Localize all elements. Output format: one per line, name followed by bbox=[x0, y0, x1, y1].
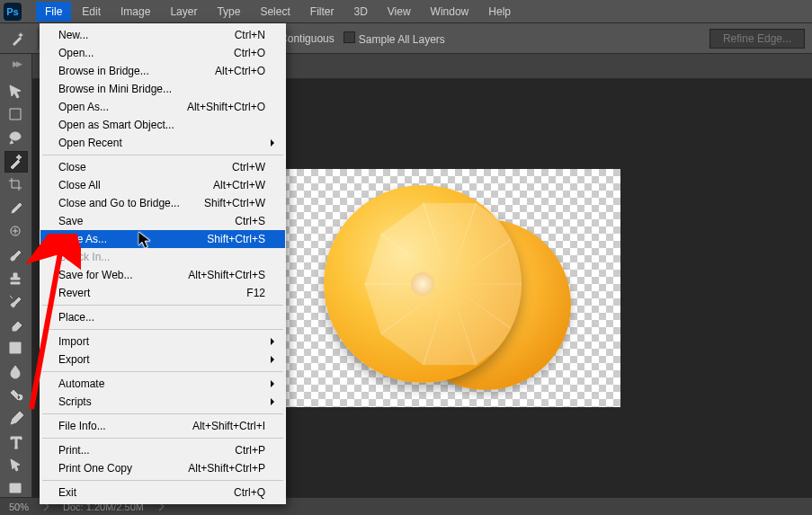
tool-history-brush[interactable] bbox=[4, 291, 28, 313]
menu-item-label: Export bbox=[58, 353, 90, 366]
zoom-level[interactable]: 50% bbox=[9, 502, 29, 512]
menu-item-label: Open As... bbox=[58, 101, 109, 113]
menu-item-label: Close All bbox=[58, 179, 101, 191]
menu-item-label: Close and Go to Bridge... bbox=[58, 197, 180, 209]
menu-item-import[interactable]: Import bbox=[40, 333, 285, 351]
menu-separator bbox=[42, 413, 283, 414]
menu-bar: Ps FileEditImageLayerTypeSelectFilter3DV… bbox=[0, 0, 812, 23]
tool-path-select[interactable] bbox=[4, 455, 28, 476]
orange-slice-front bbox=[324, 185, 522, 383]
menu-select[interactable]: Select bbox=[251, 2, 299, 22]
tool-brush[interactable] bbox=[4, 244, 28, 266]
menu-item-save[interactable]: SaveCtrl+S bbox=[40, 212, 285, 230]
menu-item-open-recent[interactable]: Open Recent bbox=[40, 134, 285, 152]
tool-dodge[interactable] bbox=[4, 385, 28, 406]
menu-item-label: Exit bbox=[58, 486, 76, 499]
menu-item-automate[interactable]: Automate bbox=[40, 375, 285, 393]
menu-item-shortcut: Ctrl+P bbox=[235, 444, 265, 457]
menu-filter[interactable]: Filter bbox=[301, 2, 344, 22]
menu-item-browse-in-mini-bridge[interactable]: Browse in Mini Bridge... bbox=[40, 80, 285, 98]
tool-blur[interactable] bbox=[4, 361, 28, 383]
menu-item-shortcut: Ctrl+S bbox=[235, 215, 265, 227]
menu-item-open[interactable]: Open...Ctrl+O bbox=[40, 44, 285, 62]
menu-item-open-as[interactable]: Open As...Alt+Shift+Ctrl+O bbox=[40, 98, 285, 116]
menu-help[interactable]: Help bbox=[479, 2, 520, 22]
tool-healing[interactable] bbox=[4, 221, 28, 243]
menu-item-shortcut: Alt+Shift+Ctrl+O bbox=[187, 101, 265, 113]
menu-item-close-all[interactable]: Close AllAlt+Ctrl+W bbox=[40, 176, 285, 194]
tool-eraser[interactable] bbox=[4, 315, 28, 336]
tool-eyedropper[interactable] bbox=[4, 198, 28, 219]
menu-item-export[interactable]: Export bbox=[40, 351, 285, 368]
menu-item-label: New... bbox=[58, 29, 88, 41]
menu-item-label: Close bbox=[58, 161, 86, 173]
tool-gradient[interactable] bbox=[4, 338, 28, 360]
tool-lasso[interactable] bbox=[4, 128, 28, 149]
chevron-right-icon bbox=[271, 338, 278, 345]
tools-list bbox=[4, 81, 28, 500]
menu-item-label: Save for Web... bbox=[58, 269, 132, 281]
menu-item-new[interactable]: New...Ctrl+N bbox=[40, 26, 285, 44]
tool-rect-marquee[interactable] bbox=[4, 104, 28, 126]
sample-all-checkbox[interactable]: Sample All Layers bbox=[344, 31, 445, 46]
menu-item-save-for-web[interactable]: Save for Web...Alt+Shift+Ctrl+S bbox=[40, 266, 285, 284]
chevron-right-icon bbox=[271, 139, 278, 147]
tool-stamp[interactable] bbox=[4, 268, 28, 289]
menu-item-label: Revert bbox=[58, 287, 90, 299]
tool-type[interactable] bbox=[4, 431, 28, 453]
menu-image[interactable]: Image bbox=[112, 2, 159, 22]
collapse-icon[interactable]: ▶▶ bbox=[13, 58, 20, 70]
menu-item-scripts[interactable]: Scripts bbox=[40, 393, 285, 411]
menu-item-label: Save As... bbox=[58, 233, 107, 245]
menu-view[interactable]: View bbox=[379, 2, 420, 22]
menu-file[interactable]: File bbox=[36, 2, 71, 22]
menu-item-shortcut: Alt+Shift+Ctrl+I bbox=[192, 420, 265, 432]
menu-item-exit[interactable]: ExitCtrl+Q bbox=[40, 484, 285, 502]
menu-item-label: Open Recent bbox=[58, 137, 122, 149]
menu-3d[interactable]: 3D bbox=[344, 2, 376, 22]
menu-item-label: Place... bbox=[58, 311, 94, 324]
menu-item-label: Open... bbox=[58, 47, 94, 59]
menu-item-open-as-smart-object[interactable]: Open as Smart Object... bbox=[40, 116, 285, 134]
menu-window[interactable]: Window bbox=[422, 2, 478, 22]
image-content bbox=[261, 169, 620, 407]
menu-type[interactable]: Type bbox=[208, 2, 249, 22]
menu-separator bbox=[42, 438, 283, 439]
menu-item-label: Save bbox=[58, 215, 83, 227]
menu-separator bbox=[42, 305, 283, 306]
menu-item-file-info[interactable]: File Info...Alt+Shift+Ctrl+I bbox=[40, 417, 285, 435]
orange-center bbox=[411, 272, 434, 296]
menu-item-print-one-copy[interactable]: Print One CopyAlt+Shift+Ctrl+P bbox=[40, 459, 285, 477]
menu-layer[interactable]: Layer bbox=[161, 2, 206, 22]
tool-pen[interactable] bbox=[4, 408, 28, 430]
chevron-right-icon bbox=[271, 398, 278, 405]
menu-item-close-and-go-to-bridge[interactable]: Close and Go to Bridge...Shift+Ctrl+W bbox=[40, 194, 285, 212]
chevron-right-icon bbox=[271, 356, 278, 363]
menu-item-save-as[interactable]: Save As...Shift+Ctrl+S bbox=[40, 230, 285, 248]
menu-item-label: Import bbox=[58, 335, 89, 348]
magic-wand-icon bbox=[7, 28, 29, 49]
menu-item-label: Check In... bbox=[58, 251, 110, 263]
menu-item-label: Open as Smart Object... bbox=[58, 119, 174, 131]
menu-item-shortcut: Alt+Ctrl+W bbox=[213, 179, 265, 191]
menu-item-label: Automate bbox=[58, 377, 104, 390]
menu-item-shortcut: Ctrl+Q bbox=[234, 486, 265, 499]
menu-edit[interactable]: Edit bbox=[73, 2, 110, 22]
menu-item-label: File Info... bbox=[58, 420, 106, 432]
tool-move[interactable] bbox=[4, 81, 28, 102]
menu-separator bbox=[42, 329, 283, 330]
menu-item-place[interactable]: Place... bbox=[40, 308, 285, 326]
refine-edge-button[interactable]: Refine Edge... bbox=[709, 29, 805, 49]
file-menu-dropdown: New...Ctrl+NOpen...Ctrl+OBrowse in Bridg… bbox=[40, 23, 286, 504]
menu-item-shortcut: F12 bbox=[246, 287, 265, 299]
menu-item-close[interactable]: CloseCtrl+W bbox=[40, 158, 285, 176]
menu-item-browse-in-bridge[interactable]: Browse in Bridge...Alt+Ctrl+O bbox=[40, 62, 285, 80]
menu-item-label: Print One Copy bbox=[58, 462, 132, 475]
document-canvas[interactable] bbox=[261, 169, 620, 407]
menu-item-print[interactable]: Print...Ctrl+P bbox=[40, 441, 285, 459]
menu-item-label: Print... bbox=[58, 444, 90, 457]
tool-magic-wand[interactable] bbox=[4, 151, 28, 173]
tool-crop[interactable] bbox=[4, 174, 28, 196]
menu-item-revert[interactable]: RevertF12 bbox=[40, 284, 285, 302]
menu-item-shortcut: Alt+Shift+Ctrl+P bbox=[188, 462, 265, 475]
